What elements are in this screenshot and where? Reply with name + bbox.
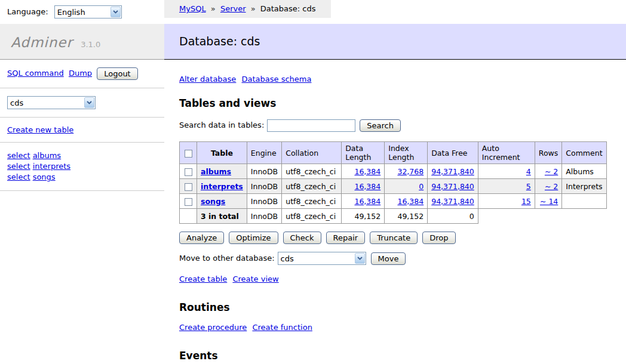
- breadcrumb-separator: »: [211, 4, 216, 13]
- move-database-select-value: cds: [281, 254, 294, 263]
- app-title: Adminer 3.1.0: [0, 24, 164, 60]
- dump-link[interactable]: Dump: [69, 69, 92, 78]
- create-table-link[interactable]: Create table: [179, 274, 227, 283]
- language-row: Language: English: [0, 0, 164, 24]
- move-label: Move to other database:: [179, 254, 275, 263]
- index-length-total-cell: 49,152: [385, 209, 428, 224]
- optimize-button[interactable]: Optimize: [229, 232, 278, 244]
- list-item: selectinterprets: [7, 161, 157, 172]
- sidebar-table-albums-link[interactable]: albums: [33, 151, 62, 160]
- search-input[interactable]: [267, 119, 355, 132]
- sql-command-link[interactable]: SQL command: [7, 69, 64, 78]
- move-database-select[interactable]: cds: [278, 252, 366, 265]
- table-name-link[interactable]: interprets: [201, 182, 243, 191]
- language-select[interactable]: English: [54, 5, 122, 18]
- data-length-link[interactable]: 16,384: [354, 182, 380, 191]
- data-free-link[interactable]: 94,371,840: [431, 197, 474, 206]
- logout-button[interactable]: Logout: [97, 67, 138, 80]
- database-schema-link[interactable]: Database schema: [242, 75, 312, 84]
- checkbox-cell: [180, 179, 197, 194]
- data-free-cell: 94,371,840: [428, 179, 478, 194]
- page-title: Database: cds: [164, 24, 626, 60]
- sidebar-actions: SQL command Dump Logout: [0, 60, 164, 88]
- table-name-link[interactable]: albums: [201, 167, 231, 176]
- check-button[interactable]: Check: [283, 232, 321, 244]
- list-item: selectsongs: [7, 172, 157, 183]
- sidebar-select-songs-link[interactable]: select: [7, 172, 30, 181]
- create-view-link[interactable]: Create view: [232, 274, 278, 283]
- total-label-cell: 3 in total: [197, 209, 247, 224]
- breadcrumb-mysql-link[interactable]: MySQL: [179, 4, 206, 13]
- tables-overview-table: Table Engine Collation Data Length Index…: [179, 141, 607, 224]
- sidebar-divider: [0, 190, 164, 191]
- auto-increment-link[interactable]: 15: [521, 197, 531, 206]
- sidebar-table-interprets-link[interactable]: interprets: [33, 162, 70, 171]
- index-length-link[interactable]: 32,768: [397, 167, 424, 176]
- table-name-link[interactable]: songs: [201, 197, 225, 206]
- auto-increment-cell: 5: [478, 179, 535, 194]
- auto-increment-link[interactable]: 5: [526, 182, 531, 191]
- breadcrumb-server-link[interactable]: Server: [220, 4, 246, 13]
- index-length-link[interactable]: 0: [419, 182, 424, 191]
- breadcrumb-separator: »: [251, 4, 256, 13]
- data-length-cell: 16,384: [342, 179, 385, 194]
- column-header-table: Table: [197, 142, 247, 164]
- index-length-link[interactable]: 16,384: [397, 197, 424, 206]
- sidebar-select-interprets-link[interactable]: select: [7, 162, 30, 171]
- sidebar-select-albums-link[interactable]: select: [7, 151, 30, 160]
- truncate-button[interactable]: Truncate: [370, 232, 418, 244]
- auto-increment-cell: 4: [478, 164, 535, 179]
- check-all-checkbox[interactable]: [185, 150, 192, 158]
- row-checkbox[interactable]: [185, 183, 192, 191]
- data-free-cell: 94,371,840: [428, 164, 478, 179]
- row-checkbox[interactable]: [185, 198, 192, 206]
- drop-button[interactable]: Drop: [422, 232, 455, 244]
- language-select-value: English: [57, 8, 85, 17]
- main-content: Alter database Database schema Tables an…: [164, 75, 626, 364]
- database-action-links: Alter database Database schema: [179, 75, 620, 84]
- alter-database-link[interactable]: Alter database: [179, 75, 236, 84]
- routines-heading: Routines: [179, 301, 620, 313]
- table-name-cell: songs: [197, 194, 247, 209]
- create-table-row: Create new table: [0, 118, 164, 142]
- data-length-total-cell: 49,152: [342, 209, 385, 224]
- create-new-table-link[interactable]: Create new table: [7, 125, 73, 134]
- move-button[interactable]: Move: [371, 252, 406, 265]
- auto-increment-link[interactable]: 4: [526, 167, 531, 176]
- rows-count-link[interactable]: ~ 2: [545, 182, 558, 191]
- column-header-rows: Rows: [535, 142, 562, 164]
- list-item: selectalbums: [7, 150, 157, 161]
- table-row-albums: albums InnoDB utf8_czech_ci 16,384 32,76…: [180, 164, 607, 179]
- database-selector-row: cds: [0, 88, 164, 117]
- rows-count-link[interactable]: ~ 14: [540, 197, 558, 206]
- comment-cell: Albums: [562, 164, 606, 179]
- create-function-link[interactable]: Create function: [252, 323, 312, 332]
- database-select-value: cds: [10, 98, 23, 107]
- row-checkbox[interactable]: [185, 168, 192, 176]
- rows-count-link[interactable]: ~ 2: [545, 167, 558, 176]
- data-free-link[interactable]: 94,371,840: [431, 182, 474, 191]
- checkbox-cell: [180, 164, 197, 179]
- data-length-link[interactable]: 16,384: [354, 167, 380, 176]
- data-free-link[interactable]: 94,371,840: [431, 167, 474, 176]
- tables-and-views-heading: Tables and views: [179, 97, 620, 109]
- create-procedure-link[interactable]: Create procedure: [179, 323, 247, 332]
- sidebar-table-list: selectalbums selectinterprets selectsong…: [0, 143, 164, 190]
- data-length-link[interactable]: 16,384: [354, 197, 380, 206]
- engine-cell: InnoDB: [247, 179, 281, 194]
- sidebar-table-songs-link[interactable]: songs: [33, 172, 56, 181]
- search-button[interactable]: Search: [360, 119, 401, 132]
- index-length-cell: 16,384: [385, 194, 428, 209]
- app-name: Adminer: [11, 35, 73, 50]
- table-name-cell: interprets: [197, 179, 247, 194]
- data-free-total-cell: 0: [428, 209, 478, 224]
- chevron-down-icon: [355, 253, 365, 264]
- header-checkbox-cell: [180, 142, 197, 164]
- analyze-button[interactable]: Analyze: [179, 232, 224, 244]
- index-length-cell: 0: [385, 179, 428, 194]
- comment-cell: [562, 194, 606, 209]
- data-free-cell: 94,371,840: [428, 194, 478, 209]
- database-select[interactable]: cds: [7, 96, 96, 109]
- chevron-down-icon: [111, 7, 121, 17]
- repair-button[interactable]: Repair: [326, 232, 366, 244]
